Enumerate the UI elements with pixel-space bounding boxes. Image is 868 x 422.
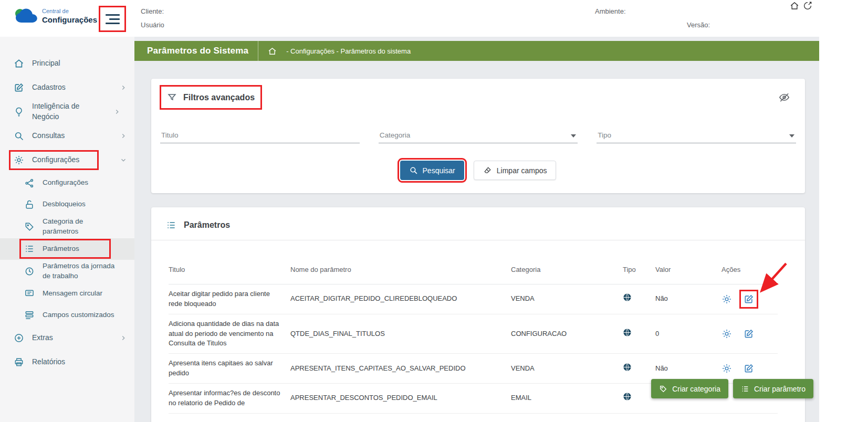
hide-filters-icon[interactable]: [778, 91, 790, 103]
menu-button[interactable]: [100, 7, 124, 30]
sidebar-item-label: Configurações: [32, 155, 94, 165]
chevron-right-icon: [120, 334, 127, 342]
page-title: Parâmetros do Sistema: [147, 46, 248, 56]
footer-actions: Criar categoria Criar parâmetro: [651, 379, 813, 398]
globe-icon: [623, 328, 632, 337]
cell-categoria: EMAIL: [511, 383, 623, 413]
printer-icon: [14, 357, 24, 367]
home-icon[interactable]: [268, 47, 277, 56]
categoria-select[interactable]: Categoria: [379, 128, 578, 143]
usuario-label: Usuário: [141, 21, 164, 29]
sidebar-item-extras[interactable]: Extras: [0, 326, 134, 350]
sidebar-subitem-configuracoes[interactable]: Configurações: [0, 172, 134, 194]
search-icon: [409, 166, 418, 175]
configuracoes-submenu: Configurações Desbloqueios Categoria de …: [0, 172, 134, 326]
brand-line1: Central de: [42, 8, 97, 15]
sidebar-subitem-parametros[interactable]: Parâmetros: [0, 238, 134, 260]
sidebar-subitem-mensagem-circular[interactable]: Mensagem circular: [0, 283, 134, 304]
titulo-input[interactable]: Titulo: [160, 128, 360, 143]
logout-icon[interactable]: [803, 1, 812, 10]
limpar-label: Limpar campos: [497, 166, 547, 175]
settings-icon[interactable]: [721, 329, 732, 339]
sidebar-item-label: Categoria de parâmetros: [43, 217, 111, 237]
edit-icon[interactable]: [744, 363, 754, 374]
home-icon[interactable]: [790, 1, 799, 10]
sidebar: Principal Cadastros Inteligência de Negó…: [0, 37, 134, 422]
cell-tipo: [623, 354, 655, 384]
filter-fields: Titulo Categoria Tipo: [151, 128, 805, 143]
sidebar-subitem-categoria-de-parametros[interactable]: Categoria de parâmetros: [0, 215, 134, 238]
chevron-right-icon: [120, 84, 127, 91]
chevron-right-icon: [113, 108, 121, 115]
brand-line2: Configurações: [42, 15, 97, 25]
sidebar-item-label: Extras: [32, 333, 112, 343]
column-header: Categoria: [511, 240, 623, 284]
criar-parametro-label: Criar parâmetro: [754, 385, 806, 393]
column-header: Valor: [655, 240, 721, 284]
cell-valor: Não: [655, 284, 721, 314]
dropdown-arrow-icon: [789, 134, 794, 138]
filter-buttons: Pesquisar Limpar campos: [151, 161, 805, 180]
table-header-row: Titulo Nome do parâmetro Categoria Tipo …: [169, 240, 778, 284]
pesquisar-label: Pesquisar: [423, 166, 455, 175]
sidebar-item-consultas[interactable]: Consultas: [0, 124, 134, 148]
filters-card: Filtros avançados Titulo Categoria: [151, 79, 805, 193]
limpar-campos-button[interactable]: Limpar campos: [474, 161, 557, 180]
chevron-down-icon: [120, 156, 127, 164]
message-icon: [24, 288, 35, 299]
settings-icon[interactable]: [721, 363, 732, 374]
share-icon: [24, 178, 35, 188]
chevron-right-icon: [120, 132, 127, 140]
sidebar-item-configuracoes[interactable]: Configurações: [0, 148, 134, 172]
window-top-icons: [790, 1, 812, 10]
divider: [258, 41, 258, 61]
sidebar-item-label: Principal: [32, 58, 127, 69]
sidebar-item-inteligencia-de-negocio[interactable]: Inteligência de Negócio: [0, 100, 134, 124]
dropdown-arrow-icon: [571, 134, 576, 138]
sidebar-item-label: Consultas: [32, 131, 112, 141]
globe-icon: [623, 293, 632, 302]
list-icon: [166, 220, 176, 230]
clock-icon: [24, 266, 35, 277]
sidebar-item-relatorios[interactable]: Relatórios: [0, 350, 134, 374]
sidebar-item-cadastros[interactable]: Cadastros: [0, 76, 134, 100]
tipo-select[interactable]: Tipo: [597, 128, 796, 143]
tipo-placeholder: Tipo: [598, 131, 611, 139]
cell-categoria: VENDA: [511, 284, 623, 314]
sidebar-subitem-desbloqueios[interactable]: Desbloqueios: [0, 194, 134, 215]
cell-titulo: Adiciona quantidade de dias na data atua…: [169, 314, 290, 354]
sidebar-subitem-parametros-da-jornada[interactable]: Parâmetros da jornada de trabalho: [0, 260, 134, 283]
edit-icon[interactable]: [744, 329, 754, 339]
sidebar-item-principal[interactable]: Principal: [0, 51, 134, 76]
criar-parametro-button[interactable]: Criar parâmetro: [733, 379, 813, 398]
cell-acoes: [721, 284, 778, 314]
cell-titulo: Apresenta itens capitaes ao salvar pedid…: [169, 354, 290, 384]
cell-categoria: CONFIGURACAO: [511, 314, 623, 354]
hamburger-icon: [109, 18, 120, 20]
globe-icon: [623, 363, 632, 372]
cell-nome: ACEITAR_DIGITAR_PEDIDO_CLIREDEBLOQUEADO: [290, 284, 511, 314]
sidebar-item-label: Parâmetros: [43, 244, 106, 254]
sidebar-subitem-campos-customizados[interactable]: Campos customizados: [0, 304, 134, 326]
app-logo[interactable]: Central de Configurações: [14, 6, 97, 26]
criar-categoria-button[interactable]: Criar categoria: [651, 379, 728, 398]
bulb-icon: [14, 107, 24, 117]
sidebar-item-label: Mensagem circular: [43, 289, 127, 299]
settings-icon[interactable]: [721, 294, 732, 304]
parameters-title: Parâmetros: [184, 220, 230, 230]
cell-categoria: VENDA: [511, 354, 623, 384]
edit-icon[interactable]: [744, 294, 754, 304]
list-icon: [741, 385, 749, 393]
categoria-placeholder: Categoria: [380, 131, 411, 139]
column-header: Titulo: [169, 240, 290, 284]
sidebar-item-label: Inteligência de Negócio: [32, 101, 106, 122]
pesquisar-button[interactable]: Pesquisar: [400, 161, 464, 180]
table-row: Aceitar digitar pedido para cliente rede…: [169, 284, 778, 314]
cell-nome: APRESENTAR_DESCONTOS_PEDIDO_EMAIL: [290, 383, 511, 413]
column-header: Tipo: [623, 240, 655, 284]
search-icon: [14, 131, 24, 141]
page-header-bar: Parâmetros do Sistema - Configurações - …: [134, 41, 819, 61]
top-bar: Central de Configurações Cliente: Usuári…: [0, 0, 868, 37]
versao-label: Versão:: [687, 21, 710, 29]
cell-nome: APRESENTA_ITENS_CAPITAES_AO_SALVAR_PEDID…: [290, 354, 511, 384]
